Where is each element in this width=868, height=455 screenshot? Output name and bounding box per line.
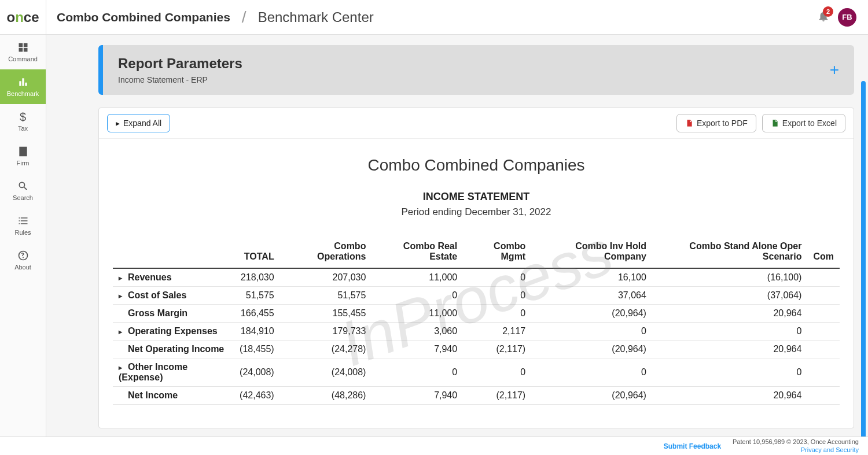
- dollar-icon: $: [17, 111, 29, 123]
- report-toolbar: ▸ Expand All Export to PDF Export to Exc…: [99, 108, 854, 139]
- cell-value: 0: [531, 323, 652, 341]
- cell-value: 184,910: [234, 323, 280, 341]
- caret-right-icon: ▸: [119, 328, 124, 336]
- avatar[interactable]: FB: [838, 8, 856, 27]
- column-header: Combo Stand Alone Oper Scenario: [652, 238, 808, 268]
- cell-value: 166,455: [234, 305, 280, 323]
- svg-rect-1: [23, 43, 27, 47]
- cell-value: (48,286): [280, 387, 372, 405]
- cell-value: 218,030: [234, 268, 280, 287]
- cell-value: 0: [463, 305, 531, 323]
- sidebar-item-command[interactable]: Command: [0, 35, 46, 69]
- topbar: once Combo Combined Companies / Benchmar…: [0, 0, 868, 35]
- report-company-title: Combo Combined Companies: [113, 156, 840, 175]
- params-title: Report Parameters: [118, 56, 242, 72]
- row-label-text: Cost of Sales: [128, 290, 186, 300]
- list-icon: [17, 215, 29, 227]
- table-row[interactable]: ▸Revenues218,030207,03011,000016,100(16,…: [113, 268, 840, 287]
- main: Command Benchmark $ Tax Firm Search: [0, 35, 868, 436]
- cell-value: 0: [652, 358, 808, 387]
- svg-rect-5: [22, 78, 24, 86]
- params-subtitle: Income Statement - ERP: [118, 75, 242, 84]
- sidebar-item-search[interactable]: Search: [0, 173, 46, 208]
- column-header: Combo Mgmt: [463, 238, 531, 268]
- scrollbar[interactable]: [861, 81, 866, 436]
- table-row[interactable]: ▸Other Income (Expense)(24,008)(24,008)0…: [113, 358, 840, 387]
- sidebar-item-benchmark[interactable]: Benchmark: [0, 69, 46, 104]
- sidebar-item-label: Tax: [18, 125, 28, 132]
- search-icon: [17, 180, 29, 192]
- brand-prefix: o: [6, 9, 15, 25]
- row-label-text: Operating Expenses: [128, 326, 218, 336]
- building-icon: [17, 146, 29, 157]
- cell-value: (16,100): [652, 268, 808, 287]
- cell-value: [807, 268, 840, 287]
- column-header: Combo Real Estate: [372, 238, 463, 268]
- cell-value: 16,100: [531, 268, 652, 287]
- row-label-text: Gross Margin: [128, 308, 187, 318]
- sidebar: Command Benchmark $ Tax Firm Search: [0, 35, 46, 436]
- excel-icon: [771, 119, 779, 127]
- cell-value: 0: [463, 287, 531, 305]
- caret-right-icon: ▸: [119, 364, 124, 372]
- expand-all-button[interactable]: ▸ Expand All: [107, 114, 170, 132]
- footer: Submit Feedback Patent 10,956,989 © 2023…: [0, 436, 868, 455]
- table-header-row: TOTALCombo OperationsCombo Real EstateCo…: [113, 238, 840, 268]
- cell-value: [807, 287, 840, 305]
- sidebar-item-about[interactable]: About: [0, 243, 46, 278]
- row-label[interactable]: ▸Revenues: [113, 268, 234, 287]
- report-body: InProcess Combo Combined Companies INCOM…: [99, 139, 854, 428]
- grid-icon: [17, 42, 29, 53]
- row-label-text: Other Income (Expense): [119, 362, 187, 382]
- sidebar-item-tax[interactable]: $ Tax: [0, 104, 46, 139]
- row-label[interactable]: ▸Cost of Sales: [113, 287, 234, 305]
- income-statement-table: TOTALCombo OperationsCombo Real EstateCo…: [113, 238, 840, 405]
- sidebar-item-rules[interactable]: Rules: [0, 208, 46, 243]
- table-row[interactable]: ▸Operating Expenses184,910179,7333,0602,…: [113, 323, 840, 341]
- cell-value: 11,000: [372, 305, 463, 323]
- cell-value: (24,278): [280, 341, 372, 358]
- caret-right-icon: ▸: [119, 292, 124, 300]
- cell-value: [807, 323, 840, 341]
- row-label: Gross Margin: [113, 305, 234, 323]
- params-expand-button[interactable]: +: [830, 61, 839, 79]
- report-parameters-panel[interactable]: Report Parameters Income Statement - ERP…: [98, 45, 854, 95]
- report-statement-title: INCOME STATEMENT: [113, 191, 840, 203]
- notifications-button[interactable]: 2: [817, 10, 830, 25]
- breadcrumb-separator: /: [242, 8, 247, 27]
- export-pdf-label: Export to PDF: [697, 119, 748, 128]
- submit-feedback-link[interactable]: Submit Feedback: [664, 442, 721, 450]
- svg-rect-2: [19, 48, 23, 52]
- cell-value: 11,000: [372, 268, 463, 287]
- column-header: TOTAL: [234, 238, 280, 268]
- column-header: Com: [807, 238, 840, 268]
- table-row[interactable]: ▸Cost of Sales51,57551,5750037,064(37,06…: [113, 287, 840, 305]
- export-pdf-button[interactable]: Export to PDF: [676, 114, 756, 132]
- cell-value: 3,060: [372, 323, 463, 341]
- cell-value: (20,964): [531, 341, 652, 358]
- cell-value: (18,455): [234, 341, 280, 358]
- sidebar-item-firm[interactable]: Firm: [0, 139, 46, 173]
- table-row: Gross Margin166,455155,45511,0000(20,964…: [113, 305, 840, 323]
- company-name[interactable]: Combo Combined Companies: [57, 10, 230, 24]
- cell-value: (37,064): [652, 287, 808, 305]
- sidebar-item-label: Command: [8, 56, 38, 62]
- cell-value: 51,575: [280, 287, 372, 305]
- privacy-link[interactable]: Privacy and Security: [801, 446, 859, 453]
- row-label[interactable]: ▸Other Income (Expense): [113, 358, 234, 387]
- row-label: Net Operating Income: [113, 341, 234, 358]
- notification-badge: 2: [823, 6, 833, 17]
- cell-value: 20,964: [652, 387, 808, 405]
- question-icon: [17, 250, 29, 261]
- row-label[interactable]: ▸Operating Expenses: [113, 323, 234, 341]
- cell-value: (24,008): [280, 358, 372, 387]
- svg-rect-6: [25, 83, 27, 86]
- cell-value: (2,117): [463, 341, 531, 358]
- footer-legal: Patent 10,956,989 © 2023, Once Accountin…: [733, 438, 859, 453]
- export-excel-label: Export to Excel: [782, 119, 837, 128]
- sidebar-item-label: Search: [13, 194, 33, 201]
- topbar-actions: 2 FB: [817, 8, 856, 27]
- chart-icon: [17, 76, 29, 88]
- export-excel-button[interactable]: Export to Excel: [762, 114, 845, 132]
- cell-value: 0: [372, 287, 463, 305]
